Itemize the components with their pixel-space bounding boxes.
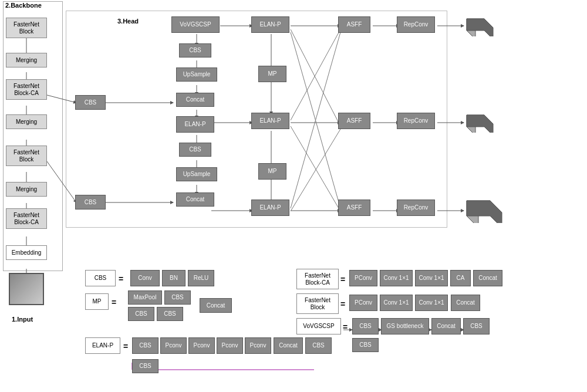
legend-conv1x1-ca-1: Conv 1×1 bbox=[380, 270, 413, 286]
legend-equals-ca: = bbox=[340, 275, 345, 284]
legend-pconv-2: Pconv bbox=[188, 337, 215, 354]
legend-pconv-1: Pconv bbox=[160, 337, 187, 354]
legend-cbs-elan-end: CBS bbox=[305, 337, 332, 354]
repconv-1: RepConv bbox=[397, 16, 435, 33]
legend-bn: BN bbox=[162, 270, 185, 286]
legend-vovgscsp-label: VoVGSCSP bbox=[296, 318, 341, 334]
legend-pconv-3: Pconv bbox=[217, 337, 243, 354]
legend-concat-elan: Concat bbox=[274, 337, 303, 354]
concat-2: Concat bbox=[176, 192, 214, 207]
cbs-head-1: CBS bbox=[179, 43, 211, 58]
legend-pconv-blk: PConv bbox=[349, 295, 377, 311]
legend-pconv-ca: PConv bbox=[349, 270, 377, 286]
legend-cbs-mp-1: CBS bbox=[164, 290, 191, 305]
mp-1: MP bbox=[258, 66, 286, 82]
legend-equals-vov: = bbox=[343, 322, 348, 332]
fasternet-block-ca-1: FasterNetBlock-CA bbox=[6, 79, 47, 100]
legend-concat-mp: Concat bbox=[200, 298, 232, 313]
architecture-diagram: 2.Backbone 3.Head 1.Input bbox=[0, 0, 587, 392]
cbs-left-1: CBS bbox=[75, 95, 106, 110]
input-label: 1.Input bbox=[12, 316, 33, 323]
legend-elan-p-label: ELAN-P bbox=[85, 337, 120, 354]
legend-gs-bottleneck: GS bottleneck bbox=[381, 318, 429, 334]
legend-relu: ReLU bbox=[188, 270, 214, 286]
backbone-section bbox=[3, 1, 63, 271]
merging-3: Merging bbox=[6, 182, 47, 197]
legend-concat-blk: Concat bbox=[451, 295, 480, 311]
legend-equals-elanp: = bbox=[123, 342, 128, 351]
cbs-head-2: CBS bbox=[179, 143, 211, 157]
legend-cbs-elan-low: CBS bbox=[132, 359, 158, 373]
output-box-2 bbox=[464, 109, 496, 134]
elan-p-r-1: ELAN-P bbox=[251, 16, 289, 33]
legend-mp-label: MP bbox=[85, 293, 109, 310]
repconv-3: RepConv bbox=[397, 200, 435, 216]
legend-cbs-mp-3: CBS bbox=[157, 307, 183, 321]
legend-equals-blk: = bbox=[340, 299, 345, 309]
legend-equals-mp: = bbox=[112, 298, 116, 307]
legend-concat-ca: Concat bbox=[473, 270, 502, 286]
elan-p-r-2: ELAN-P bbox=[251, 113, 289, 129]
legend-cbs-label: CBS bbox=[85, 270, 116, 286]
mp-2: MP bbox=[258, 163, 286, 180]
legend-fasternet-ca-label: FasterNetBlock-CA bbox=[296, 269, 339, 289]
legend-equals-cbs: = bbox=[119, 274, 123, 283]
legend-conv1x1-blk-2: Conv 1×1 bbox=[415, 295, 448, 311]
output-box-3 bbox=[464, 194, 505, 224]
upsample-2: UpSample bbox=[176, 167, 217, 181]
repconv-2: RepConv bbox=[397, 113, 435, 129]
asff-1: ASFF bbox=[338, 16, 370, 33]
legend-fasternet-blk-label: FasterNetBlock bbox=[296, 293, 339, 314]
fasternet-block-1: FasterNetBlock bbox=[6, 18, 47, 38]
legend-ca: CA bbox=[450, 270, 471, 286]
legend-cbs-vov-2: CBS bbox=[463, 318, 490, 334]
vovgscsp-main: VoVGSCSP bbox=[171, 16, 220, 33]
embedding-block: Embedding bbox=[6, 245, 47, 260]
legend-pconv-4: Pconv bbox=[245, 337, 271, 354]
legend-conv1x1-blk-1: Conv 1×1 bbox=[380, 295, 413, 311]
output-box-1 bbox=[464, 13, 496, 38]
upsample-1: UpSample bbox=[176, 67, 217, 82]
concat-1: Concat bbox=[176, 93, 214, 107]
asff-2: ASFF bbox=[338, 113, 370, 129]
elan-p-mid-1: ELAN-P bbox=[176, 116, 214, 133]
legend-conv: Conv bbox=[130, 270, 160, 286]
merging-1: Merging bbox=[6, 53, 47, 67]
legend-cbs-mp-2: CBS bbox=[128, 307, 154, 321]
elan-p-r-3: ELAN-P bbox=[251, 200, 289, 216]
legend-cbs-elan: CBS bbox=[132, 337, 158, 354]
legend-concat-vov: Concat bbox=[431, 318, 461, 334]
legend-cbs-vov-3: CBS bbox=[352, 338, 379, 352]
legend-cbs-vov-1: CBS bbox=[352, 318, 379, 334]
merging-2: Merging bbox=[6, 114, 47, 129]
legend-conv1x1-ca-2: Conv 1×1 bbox=[415, 270, 448, 286]
fasternet-block-ca-2: FasterNetBlock-CA bbox=[6, 208, 47, 229]
input-image bbox=[9, 273, 44, 305]
fasternet-block-2: FasterNetBlock bbox=[6, 146, 47, 166]
legend-maxpool: MaxPool bbox=[128, 290, 162, 305]
cbs-left-2: CBS bbox=[75, 195, 106, 209]
asff-3: ASFF bbox=[338, 200, 370, 216]
